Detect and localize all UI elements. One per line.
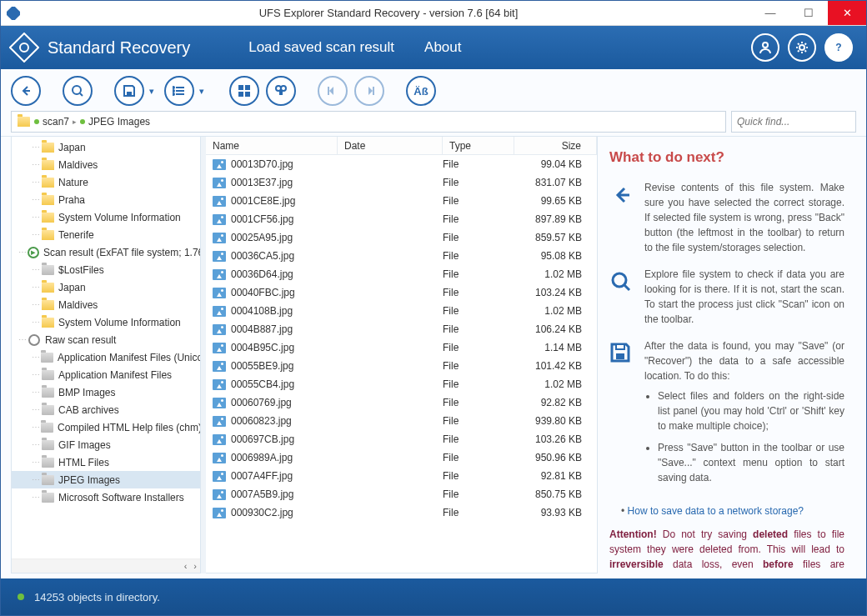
minimize-button[interactable]: — bbox=[751, 1, 789, 25]
titlebar: UFS Explorer Standard Recovery - version… bbox=[1, 1, 866, 26]
tree-item[interactable]: ⋯JPEG Images bbox=[12, 471, 200, 488]
image-icon bbox=[213, 508, 226, 518]
tree-item[interactable]: ⋯System Volume Information bbox=[12, 208, 200, 226]
image-icon bbox=[213, 379, 226, 390]
col-size[interactable]: Size bbox=[514, 137, 597, 154]
tree-item[interactable]: ⋯Application Manifest Files (Unicode) bbox=[12, 348, 200, 366]
file-row[interactable]: 00036CA5.jpgFile95.08 KB bbox=[206, 247, 597, 265]
brand-logo: Standard Recovery bbox=[9, 33, 190, 63]
tree-item[interactable]: ⋯HTML Files bbox=[12, 453, 200, 471]
file-row[interactable]: 00013D70.jpgFile99.04 KB bbox=[206, 155, 597, 173]
file-row[interactable]: 00036D64.jpgFile1.02 MB bbox=[206, 265, 597, 283]
tree-item[interactable]: ⋯Praha bbox=[12, 191, 200, 208]
svg-point-7 bbox=[173, 87, 174, 88]
maximize-button[interactable]: ☐ bbox=[789, 1, 828, 25]
help-link[interactable]: How to save data to a network storage? bbox=[628, 505, 804, 517]
brand-text: Standard Recovery bbox=[48, 38, 190, 58]
svg-rect-1 bbox=[10, 33, 38, 62]
toolbar: Äß bbox=[11, 76, 856, 106]
window-title: UFS Explorer Standard Recovery - version… bbox=[26, 7, 751, 19]
svg-point-15 bbox=[281, 86, 286, 91]
tree-item[interactable]: ⋯Scan result (ExFAT file system; 1.76 GB… bbox=[12, 243, 200, 261]
help-para-1: Revise contents of this file system. Mak… bbox=[644, 180, 844, 255]
tree-item[interactable]: ⋯Maldives bbox=[12, 156, 200, 173]
file-row[interactable]: 00060769.jpgFile92.82 KB bbox=[206, 393, 597, 412]
image-icon bbox=[213, 434, 226, 445]
help-para-3: After the data is found, you may "Save" … bbox=[644, 338, 844, 383]
file-row[interactable]: 00055BE9.jpgFile101.42 KB bbox=[206, 357, 597, 375]
tree-item[interactable]: ⋯Nature bbox=[12, 173, 200, 191]
tree-item[interactable]: ⋯Microsoft Software Installers bbox=[12, 488, 200, 506]
scan-button[interactable] bbox=[63, 76, 93, 106]
tree-item[interactable]: ⋯BMP Images bbox=[12, 383, 200, 401]
menu-about[interactable]: About bbox=[424, 39, 461, 56]
save-button[interactable] bbox=[114, 76, 144, 106]
breadcrumb-item[interactable]: JPEG Images bbox=[88, 116, 150, 128]
tree-item[interactable]: ⋯Tenerife bbox=[12, 226, 200, 243]
file-row[interactable]: 0001CE8E.jpgFile99.65 KB bbox=[206, 192, 597, 210]
close-button[interactable]: ✕ bbox=[828, 1, 866, 25]
tree-item[interactable]: ⋯Maldives bbox=[12, 296, 200, 313]
svg-point-3 bbox=[763, 43, 768, 48]
file-row[interactable]: 00055CB4.jpgFile1.02 MB bbox=[206, 375, 597, 393]
file-row[interactable]: 0006989A.jpgFile950.96 KB bbox=[206, 448, 597, 467]
svg-rect-13 bbox=[245, 92, 250, 97]
list-view-button[interactable] bbox=[164, 76, 194, 106]
file-row[interactable]: 0004B95C.jpgFile1.14 MB bbox=[206, 338, 597, 357]
tree-item[interactable]: ⋯Japan bbox=[12, 138, 200, 156]
image-icon bbox=[213, 489, 226, 500]
col-name[interactable]: Name bbox=[206, 137, 338, 154]
image-icon bbox=[213, 453, 226, 463]
col-date[interactable]: Date bbox=[338, 137, 443, 154]
find-button[interactable] bbox=[266, 76, 296, 106]
next-button[interactable] bbox=[354, 76, 384, 106]
col-type[interactable]: Type bbox=[443, 137, 514, 154]
tree-item[interactable]: ⋯Japan bbox=[12, 278, 200, 296]
svg-rect-10 bbox=[238, 85, 243, 90]
file-row[interactable]: 0007A4FF.jpgFile92.81 KB bbox=[206, 467, 597, 485]
file-row[interactable]: 00060823.jpgFile939.80 KB bbox=[206, 412, 597, 430]
image-icon bbox=[213, 471, 226, 482]
file-row[interactable]: 00013E37.jpgFile831.07 KB bbox=[206, 173, 597, 192]
file-row[interactable]: 0001CF56.jpgFile897.89 KB bbox=[206, 210, 597, 228]
help-pane: What to do next? Revise contents of this… bbox=[598, 137, 856, 573]
prev-button[interactable] bbox=[318, 76, 348, 106]
image-icon bbox=[213, 361, 226, 372]
svg-rect-21 bbox=[616, 344, 624, 349]
image-icon bbox=[213, 178, 226, 188]
file-header: Name Date Type Size bbox=[206, 137, 597, 155]
quickfind-input[interactable] bbox=[732, 116, 867, 128]
tree-item[interactable]: ⋯$LostFiles bbox=[12, 261, 200, 278]
horizontal-scrollbar[interactable]: ‹› bbox=[12, 558, 200, 573]
tree-item[interactable]: ⋯Compiled HTML Help files (chm) bbox=[12, 418, 200, 436]
breadcrumb-item[interactable]: scan7 bbox=[43, 116, 69, 128]
file-row[interactable]: 00025A95.jpgFile859.57 KB bbox=[206, 228, 597, 247]
file-row[interactable]: 000697CB.jpgFile103.26 KB bbox=[206, 430, 597, 448]
grid-view-button[interactable] bbox=[229, 76, 259, 106]
tree-item[interactable]: ⋯Application Manifest Files bbox=[12, 366, 200, 383]
image-icon bbox=[213, 306, 226, 317]
file-row[interactable]: 000930C2.jpgFile93.93 KB bbox=[206, 503, 597, 522]
breadcrumb[interactable]: scan7 ▸ JPEG Images bbox=[11, 111, 726, 133]
file-row[interactable]: 0004108B.jpgFile1.02 MB bbox=[206, 302, 597, 320]
settings-icon[interactable] bbox=[788, 33, 816, 62]
back-button[interactable] bbox=[11, 76, 41, 106]
tree-item[interactable]: ⋯System Volume Information bbox=[12, 313, 200, 331]
file-row[interactable]: 00040FBC.jpgFile103.24 KB bbox=[206, 283, 597, 302]
menubar: Standard Recovery Load saved scan result… bbox=[1, 26, 866, 69]
svg-rect-17 bbox=[373, 87, 374, 95]
magnifier-icon bbox=[609, 267, 634, 327]
help-icon[interactable]: ? bbox=[824, 33, 853, 62]
user-icon[interactable] bbox=[751, 33, 779, 62]
tree-item[interactable]: ⋯CAB archives bbox=[12, 401, 200, 418]
menu-load-scan[interactable]: Load saved scan result bbox=[248, 39, 394, 56]
image-icon bbox=[213, 288, 226, 298]
tree-item[interactable]: ⋯GIF Images bbox=[12, 436, 200, 453]
image-icon bbox=[213, 196, 226, 207]
tree-item[interactable]: ⋯Raw scan result bbox=[12, 331, 200, 348]
text-encoding-button[interactable]: Äß bbox=[406, 76, 436, 106]
image-icon bbox=[213, 398, 226, 408]
file-row[interactable]: 0007A5B9.jpgFile850.75 KB bbox=[206, 485, 597, 503]
file-row[interactable]: 0004B887.jpgFile106.24 KB bbox=[206, 320, 597, 338]
status-dot-icon bbox=[18, 593, 24, 600]
